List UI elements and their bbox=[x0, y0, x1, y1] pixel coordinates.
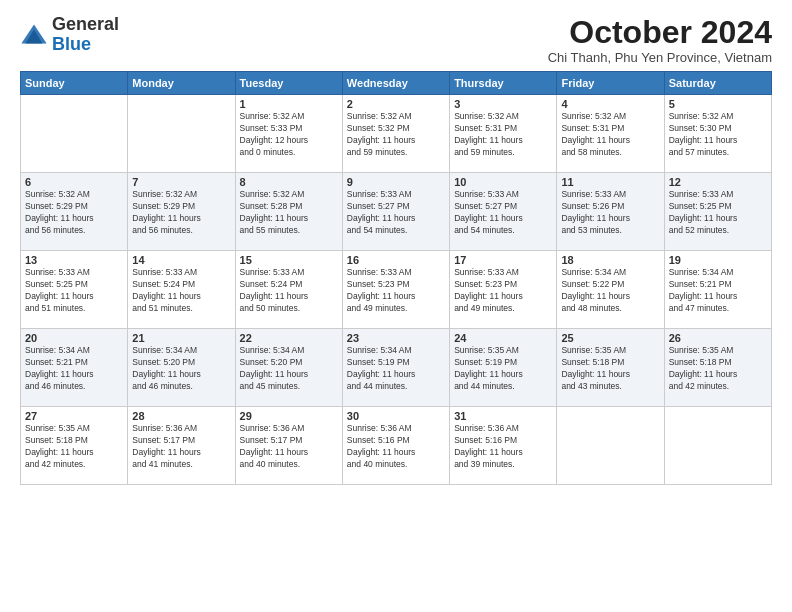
calendar-cell: 12Sunrise: 5:33 AM Sunset: 5:25 PM Dayli… bbox=[664, 173, 771, 251]
cell-content: Sunrise: 5:34 AM Sunset: 5:20 PM Dayligh… bbox=[132, 345, 230, 393]
day-number: 16 bbox=[347, 254, 445, 266]
cell-content: Sunrise: 5:35 AM Sunset: 5:19 PM Dayligh… bbox=[454, 345, 552, 393]
month-title: October 2024 bbox=[548, 15, 772, 50]
day-number: 4 bbox=[561, 98, 659, 110]
calendar-cell: 5Sunrise: 5:32 AM Sunset: 5:30 PM Daylig… bbox=[664, 95, 771, 173]
cell-content: Sunrise: 5:33 AM Sunset: 5:24 PM Dayligh… bbox=[240, 267, 338, 315]
cell-content: Sunrise: 5:32 AM Sunset: 5:33 PM Dayligh… bbox=[240, 111, 338, 159]
calendar-cell: 29Sunrise: 5:36 AM Sunset: 5:17 PM Dayli… bbox=[235, 407, 342, 485]
logo-text: General Blue bbox=[52, 15, 119, 55]
day-number: 7 bbox=[132, 176, 230, 188]
day-number: 18 bbox=[561, 254, 659, 266]
calendar-cell: 10Sunrise: 5:33 AM Sunset: 5:27 PM Dayli… bbox=[450, 173, 557, 251]
day-number: 8 bbox=[240, 176, 338, 188]
day-number: 28 bbox=[132, 410, 230, 422]
page: General Blue October 2024 Chi Thanh, Phu… bbox=[0, 0, 792, 612]
cell-content: Sunrise: 5:34 AM Sunset: 5:21 PM Dayligh… bbox=[669, 267, 767, 315]
calendar-cell: 22Sunrise: 5:34 AM Sunset: 5:20 PM Dayli… bbox=[235, 329, 342, 407]
calendar-cell: 8Sunrise: 5:32 AM Sunset: 5:28 PM Daylig… bbox=[235, 173, 342, 251]
calendar-cell: 13Sunrise: 5:33 AM Sunset: 5:25 PM Dayli… bbox=[21, 251, 128, 329]
calendar-cell: 21Sunrise: 5:34 AM Sunset: 5:20 PM Dayli… bbox=[128, 329, 235, 407]
cell-content: Sunrise: 5:33 AM Sunset: 5:27 PM Dayligh… bbox=[347, 189, 445, 237]
week-row-5: 27Sunrise: 5:35 AM Sunset: 5:18 PM Dayli… bbox=[21, 407, 772, 485]
cell-content: Sunrise: 5:36 AM Sunset: 5:16 PM Dayligh… bbox=[347, 423, 445, 471]
day-number: 11 bbox=[561, 176, 659, 188]
cell-content: Sunrise: 5:32 AM Sunset: 5:30 PM Dayligh… bbox=[669, 111, 767, 159]
day-number: 30 bbox=[347, 410, 445, 422]
cell-content: Sunrise: 5:34 AM Sunset: 5:21 PM Dayligh… bbox=[25, 345, 123, 393]
day-number: 10 bbox=[454, 176, 552, 188]
calendar-cell: 23Sunrise: 5:34 AM Sunset: 5:19 PM Dayli… bbox=[342, 329, 449, 407]
cell-content: Sunrise: 5:32 AM Sunset: 5:29 PM Dayligh… bbox=[25, 189, 123, 237]
calendar-cell: 17Sunrise: 5:33 AM Sunset: 5:23 PM Dayli… bbox=[450, 251, 557, 329]
cell-content: Sunrise: 5:32 AM Sunset: 5:31 PM Dayligh… bbox=[561, 111, 659, 159]
title-section: October 2024 Chi Thanh, Phu Yen Province… bbox=[548, 15, 772, 65]
day-number: 25 bbox=[561, 332, 659, 344]
calendar-cell: 1Sunrise: 5:32 AM Sunset: 5:33 PM Daylig… bbox=[235, 95, 342, 173]
calendar-cell: 28Sunrise: 5:36 AM Sunset: 5:17 PM Dayli… bbox=[128, 407, 235, 485]
day-header-tuesday: Tuesday bbox=[235, 72, 342, 95]
week-row-4: 20Sunrise: 5:34 AM Sunset: 5:21 PM Dayli… bbox=[21, 329, 772, 407]
calendar-cell: 18Sunrise: 5:34 AM Sunset: 5:22 PM Dayli… bbox=[557, 251, 664, 329]
calendar-cell: 15Sunrise: 5:33 AM Sunset: 5:24 PM Dayli… bbox=[235, 251, 342, 329]
week-row-2: 6Sunrise: 5:32 AM Sunset: 5:29 PM Daylig… bbox=[21, 173, 772, 251]
day-number: 22 bbox=[240, 332, 338, 344]
day-number: 1 bbox=[240, 98, 338, 110]
cell-content: Sunrise: 5:36 AM Sunset: 5:17 PM Dayligh… bbox=[240, 423, 338, 471]
day-number: 13 bbox=[25, 254, 123, 266]
day-number: 21 bbox=[132, 332, 230, 344]
logo-blue: Blue bbox=[52, 35, 119, 55]
calendar-cell: 6Sunrise: 5:32 AM Sunset: 5:29 PM Daylig… bbox=[21, 173, 128, 251]
calendar-cell: 26Sunrise: 5:35 AM Sunset: 5:18 PM Dayli… bbox=[664, 329, 771, 407]
day-header-wednesday: Wednesday bbox=[342, 72, 449, 95]
calendar-cell: 19Sunrise: 5:34 AM Sunset: 5:21 PM Dayli… bbox=[664, 251, 771, 329]
calendar-cell: 25Sunrise: 5:35 AM Sunset: 5:18 PM Dayli… bbox=[557, 329, 664, 407]
calendar-cell: 20Sunrise: 5:34 AM Sunset: 5:21 PM Dayli… bbox=[21, 329, 128, 407]
day-number: 6 bbox=[25, 176, 123, 188]
day-number: 23 bbox=[347, 332, 445, 344]
cell-content: Sunrise: 5:36 AM Sunset: 5:17 PM Dayligh… bbox=[132, 423, 230, 471]
cell-content: Sunrise: 5:33 AM Sunset: 5:25 PM Dayligh… bbox=[25, 267, 123, 315]
day-number: 26 bbox=[669, 332, 767, 344]
day-number: 31 bbox=[454, 410, 552, 422]
day-number: 15 bbox=[240, 254, 338, 266]
cell-content: Sunrise: 5:36 AM Sunset: 5:16 PM Dayligh… bbox=[454, 423, 552, 471]
cell-content: Sunrise: 5:33 AM Sunset: 5:26 PM Dayligh… bbox=[561, 189, 659, 237]
logo-icon bbox=[20, 21, 48, 49]
cell-content: Sunrise: 5:33 AM Sunset: 5:24 PM Dayligh… bbox=[132, 267, 230, 315]
calendar-cell bbox=[21, 95, 128, 173]
day-header-thursday: Thursday bbox=[450, 72, 557, 95]
week-row-3: 13Sunrise: 5:33 AM Sunset: 5:25 PM Dayli… bbox=[21, 251, 772, 329]
day-number: 9 bbox=[347, 176, 445, 188]
day-header-sunday: Sunday bbox=[21, 72, 128, 95]
calendar-cell bbox=[664, 407, 771, 485]
calendar-table: SundayMondayTuesdayWednesdayThursdayFrid… bbox=[20, 71, 772, 485]
day-number: 14 bbox=[132, 254, 230, 266]
calendar-cell: 9Sunrise: 5:33 AM Sunset: 5:27 PM Daylig… bbox=[342, 173, 449, 251]
cell-content: Sunrise: 5:35 AM Sunset: 5:18 PM Dayligh… bbox=[561, 345, 659, 393]
day-header-saturday: Saturday bbox=[664, 72, 771, 95]
day-number: 2 bbox=[347, 98, 445, 110]
cell-content: Sunrise: 5:35 AM Sunset: 5:18 PM Dayligh… bbox=[669, 345, 767, 393]
cell-content: Sunrise: 5:33 AM Sunset: 5:27 PM Dayligh… bbox=[454, 189, 552, 237]
calendar-cell: 3Sunrise: 5:32 AM Sunset: 5:31 PM Daylig… bbox=[450, 95, 557, 173]
calendar-cell: 14Sunrise: 5:33 AM Sunset: 5:24 PM Dayli… bbox=[128, 251, 235, 329]
day-header-friday: Friday bbox=[557, 72, 664, 95]
day-number: 27 bbox=[25, 410, 123, 422]
day-number: 17 bbox=[454, 254, 552, 266]
day-number: 5 bbox=[669, 98, 767, 110]
calendar-cell: 31Sunrise: 5:36 AM Sunset: 5:16 PM Dayli… bbox=[450, 407, 557, 485]
day-number: 12 bbox=[669, 176, 767, 188]
cell-content: Sunrise: 5:32 AM Sunset: 5:29 PM Dayligh… bbox=[132, 189, 230, 237]
header: General Blue October 2024 Chi Thanh, Phu… bbox=[20, 15, 772, 65]
cell-content: Sunrise: 5:33 AM Sunset: 5:23 PM Dayligh… bbox=[347, 267, 445, 315]
calendar-cell: 27Sunrise: 5:35 AM Sunset: 5:18 PM Dayli… bbox=[21, 407, 128, 485]
calendar-cell: 2Sunrise: 5:32 AM Sunset: 5:32 PM Daylig… bbox=[342, 95, 449, 173]
day-number: 19 bbox=[669, 254, 767, 266]
day-number: 24 bbox=[454, 332, 552, 344]
cell-content: Sunrise: 5:33 AM Sunset: 5:25 PM Dayligh… bbox=[669, 189, 767, 237]
week-row-1: 1Sunrise: 5:32 AM Sunset: 5:33 PM Daylig… bbox=[21, 95, 772, 173]
cell-content: Sunrise: 5:32 AM Sunset: 5:31 PM Dayligh… bbox=[454, 111, 552, 159]
cell-content: Sunrise: 5:32 AM Sunset: 5:28 PM Dayligh… bbox=[240, 189, 338, 237]
days-header-row: SundayMondayTuesdayWednesdayThursdayFrid… bbox=[21, 72, 772, 95]
